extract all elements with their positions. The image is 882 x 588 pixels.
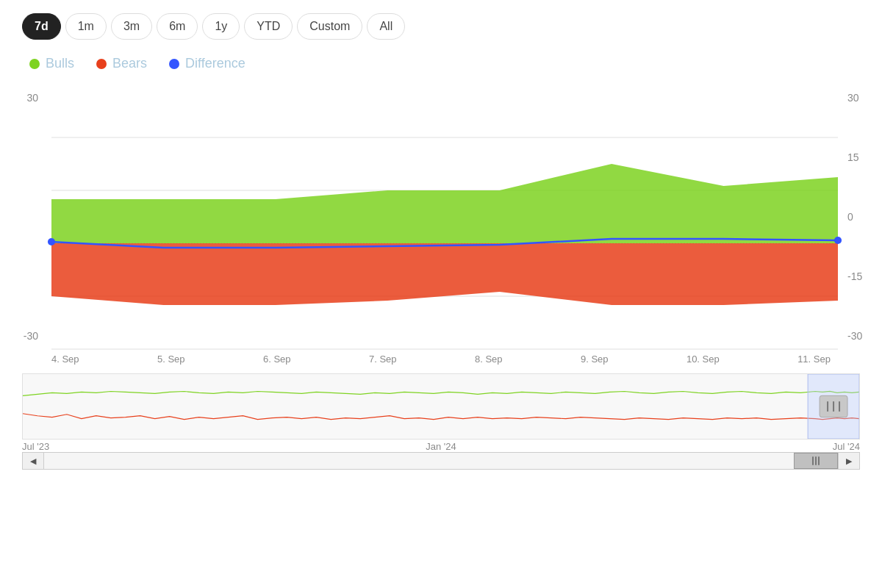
x-label: 7. Sep xyxy=(369,354,397,365)
legend-item-bulls: Bulls xyxy=(29,56,74,71)
difference-dot-end xyxy=(834,237,842,244)
scroll-right-button[interactable]: ▶ xyxy=(838,452,860,470)
time-btn-1y[interactable]: 1y xyxy=(202,13,240,40)
x-axis: 4. Sep5. Sep6. Sep7. Sep8. Sep9. Sep10. … xyxy=(0,349,882,365)
chart-container: 30 -30 30 15 0 -15 -30 xyxy=(0,85,882,349)
scroll-track xyxy=(44,452,838,470)
scrollbar-row: ◀ ▶ xyxy=(22,452,860,470)
legend-label-bulls: Bulls xyxy=(46,56,74,71)
x-label: 4. Sep xyxy=(51,354,79,365)
svg-rect-5 xyxy=(23,374,859,439)
x-label: 9. Sep xyxy=(581,354,609,365)
toolbar: 7d1m3m6m1yYTDCustomAll xyxy=(0,0,882,47)
minimap-container xyxy=(0,373,882,440)
legend-label-bears: Bears xyxy=(112,56,147,71)
legend-item-difference: Difference xyxy=(169,56,245,71)
x-label: 8. Sep xyxy=(475,354,503,365)
legend-dot-bulls xyxy=(29,59,40,69)
legend-item-bears: Bears xyxy=(96,56,147,71)
legend: BullsBearsDifference xyxy=(0,47,882,77)
y-axis-right: 30 15 0 -15 -30 xyxy=(842,85,882,349)
minimap-labels: Jul '23Jan '24Jul '24 xyxy=(0,441,882,452)
minimap-label: Jul '24 xyxy=(833,441,860,452)
time-btn-7d[interactable]: 7d xyxy=(22,13,61,40)
time-btn-ytd[interactable]: YTD xyxy=(244,13,293,40)
difference-dot-start xyxy=(48,238,55,245)
minimap-label: Jan '24 xyxy=(426,441,456,452)
bears-area xyxy=(51,243,838,305)
time-btn-3m[interactable]: 3m xyxy=(111,13,152,40)
legend-dot-difference xyxy=(169,59,179,69)
minimap-svg xyxy=(22,373,860,440)
x-label: 10. Sep xyxy=(686,354,720,365)
minimap-label: Jul '23 xyxy=(22,441,49,452)
legend-dot-bears xyxy=(96,59,107,69)
x-label: 5. Sep xyxy=(157,354,185,365)
main-chart-svg xyxy=(51,85,838,349)
scroll-left-button[interactable]: ◀ xyxy=(22,452,44,470)
time-btn-all[interactable]: All xyxy=(367,13,405,40)
bulls-area xyxy=(51,164,838,243)
legend-label-difference: Difference xyxy=(185,56,245,71)
time-btn-custom[interactable]: Custom xyxy=(297,13,362,40)
x-label: 6. Sep xyxy=(263,354,291,365)
time-btn-6m[interactable]: 6m xyxy=(157,13,198,40)
y-axis-left: 30 -30 xyxy=(0,85,44,349)
time-btn-1m[interactable]: 1m xyxy=(65,13,107,40)
scroll-thumb[interactable] xyxy=(794,453,838,469)
x-label: 11. Sep xyxy=(797,354,831,365)
